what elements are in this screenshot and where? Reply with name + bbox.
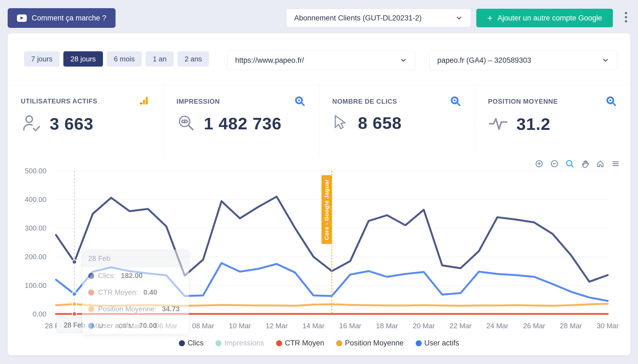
legend-label: CTR Moyen <box>285 339 324 347</box>
y-axis-tick: 200.00 <box>25 253 46 261</box>
google-analytics-icon <box>139 96 149 107</box>
tooltip-series-value: 0.40 <box>143 288 157 297</box>
tooltip-rows: Clics:182.00CTR Moyen:0.40Position Moyen… <box>82 267 189 334</box>
topbar: Comment ça marche ? Abonnement Clients (… <box>0 0 638 33</box>
site-dropdown[interactable]: https://www.papeo.fr/ <box>227 50 415 70</box>
tooltip-series-dot <box>88 306 94 312</box>
x-axis-tick: 24 Mar <box>486 322 509 330</box>
tooltip-series-dot <box>88 273 94 279</box>
legend-dot <box>336 340 342 346</box>
how-it-works-button[interactable]: Comment ça marche ? <box>8 8 116 28</box>
stat-label: POSITION MOYENNE <box>488 98 558 105</box>
stat-label: IMPRESSION <box>176 98 220 105</box>
cursor-arrow-icon <box>332 114 350 132</box>
stat-utilisateurs-actifs: UTILISATEURS ACTIFS 3 663 <box>8 85 163 155</box>
tooltip-series-dot <box>88 290 94 296</box>
pulse-icon <box>488 113 508 135</box>
legend-item-position-moyenne[interactable]: Position Moyenne <box>336 339 404 347</box>
search-console-icon <box>606 96 616 107</box>
legend-item-ctr-moyen[interactable]: CTR Moyen <box>276 339 324 347</box>
stat-nombre-de-clics: NOMBRE DE CLICS 8 658 <box>319 85 475 155</box>
tooltip-series-value: 34.73 <box>162 305 180 313</box>
legend-label: User actifs <box>424 339 459 347</box>
y-axis-tick: 0.00 <box>33 310 46 318</box>
x-axis-tick: 18 Mar <box>376 322 398 330</box>
property-dropdown[interactable]: papeo.fr (GA4) – 320589303 <box>429 50 617 70</box>
y-axis-tick: 300.00 <box>25 224 46 232</box>
legend-dot <box>179 340 185 346</box>
chevron-down-icon <box>602 56 609 64</box>
tooltip-series-dot <box>88 323 94 329</box>
x-axis-tick: 28 Mar <box>560 322 582 330</box>
site-dropdown-value: https://www.papeo.fr/ <box>235 56 304 65</box>
tooltip-date: 28 Feb <box>82 250 189 267</box>
tooltip-row: Clics:182.00 <box>82 267 189 284</box>
account-dropdown-value: Abonnement Clients (GUT-DL20231-2) <box>294 14 422 22</box>
range-6-mois[interactable]: 6 mois <box>107 51 142 67</box>
stat-impression: IMPRESSION 1 482 736 <box>163 85 319 155</box>
legend-item-clics[interactable]: Clics <box>179 339 204 347</box>
tooltip-row: User actifs:70.00 <box>82 317 189 334</box>
crosshair-marker-user-actifs <box>72 292 76 296</box>
menu-icon[interactable] <box>611 159 620 168</box>
x-axis-tick: 12 Mar <box>266 322 288 330</box>
pan-hand-icon[interactable] <box>581 159 589 168</box>
chart-legend: ClicsImpressionsCTR MoyenPosition Moyenn… <box>8 339 630 347</box>
dashboard-card: 7 jours 28 jours 6 mois 1 an 2 ans https… <box>8 33 630 355</box>
kebab-menu-icon[interactable] <box>625 12 627 22</box>
zoom-in-icon[interactable] <box>535 159 544 168</box>
stat-value: 3 663 <box>50 114 93 133</box>
selection-zoom-icon[interactable] <box>565 159 574 168</box>
crosshair-marker-position-moyenne <box>72 302 76 306</box>
property-dropdown-value: papeo.fr (GA4) – 320589303 <box>437 56 531 65</box>
legend-dot <box>276 340 282 346</box>
x-axis-tick: 20 Mar <box>413 322 435 330</box>
legend-dot <box>416 340 422 346</box>
account-dropdown[interactable]: Abonnement Clients (GUT-DL20231-2) <box>286 9 471 27</box>
range-7-jours[interactable]: 7 jours <box>24 51 60 67</box>
annotation-text: Core - Google Jaguar <box>323 179 330 240</box>
crosshair-marker-ctr-moyen <box>72 312 76 316</box>
how-it-works-label: Comment ça marche ? <box>32 14 106 22</box>
range-2-ans[interactable]: 2 ans <box>178 51 209 67</box>
date-range-pills: 7 jours 28 jours 6 mois 1 an 2 ans <box>24 51 209 67</box>
search-console-icon <box>450 96 460 107</box>
tooltip-series-label: Position Moyenne: <box>98 305 156 313</box>
chevron-down-icon <box>455 14 463 22</box>
range-28-jours[interactable]: 28 jours <box>63 51 103 67</box>
legend-item-user-actifs[interactable]: User actifs <box>416 339 459 347</box>
add-google-account-label: Ajouter un autre compte Google <box>498 14 602 22</box>
legend-dot <box>215 340 221 346</box>
y-axis-tick: 500.00 <box>25 167 46 175</box>
tooltip-row: Position Moyenne:34.73 <box>82 301 189 317</box>
chart-section: 500.00400.00300.00200.00100.000.0028 Feb… <box>8 159 630 355</box>
search-console-icon <box>294 96 305 107</box>
annotation-label: Core - Google Jaguar <box>321 175 332 244</box>
zoom-out-icon[interactable] <box>550 159 559 168</box>
x-axis-tick: 22 Mar <box>450 322 472 330</box>
x-axis-tick: 14 Mar <box>302 322 324 330</box>
stat-value: 1 482 736 <box>204 114 282 133</box>
stat-label: UTILISATEURS ACTIFS <box>21 97 98 105</box>
chevron-down-icon <box>400 56 407 64</box>
stat-value: 31.2 <box>516 114 551 134</box>
y-axis-tick: 400.00 <box>25 195 46 204</box>
x-axis-tick: 08 Mar <box>192 322 214 330</box>
range-1-an[interactable]: 1 an <box>146 51 174 67</box>
stat-value: 8 658 <box>358 113 402 133</box>
legend-item-impressions[interactable]: Impressions <box>215 339 264 347</box>
crosshair-marker-clics <box>72 260 76 264</box>
eye-magnifier-icon <box>176 113 196 133</box>
tooltip-series-label: Clics: <box>98 271 116 280</box>
legend-label: Impressions <box>224 339 264 347</box>
tooltip-row: CTR Moyen:0.40 <box>82 284 189 301</box>
stats-row: UTILISATEURS ACTIFS 3 663 IMPRESSION <box>8 85 630 155</box>
home-reset-icon[interactable] <box>596 159 605 168</box>
chart-toolbar <box>535 159 620 168</box>
y-axis-tick: 100.00 <box>25 281 46 290</box>
tooltip-series-label: CTR Moyen: <box>98 288 138 297</box>
add-google-account-button[interactable]: + Ajouter un autre compte Google <box>476 9 613 27</box>
chart-tooltip: 28 Feb Clics:182.00CTR Moyen:0.40Positio… <box>82 250 189 334</box>
x-axis-tick: 26 Mar <box>523 322 545 330</box>
tooltip-series-value: 70.00 <box>139 321 157 330</box>
